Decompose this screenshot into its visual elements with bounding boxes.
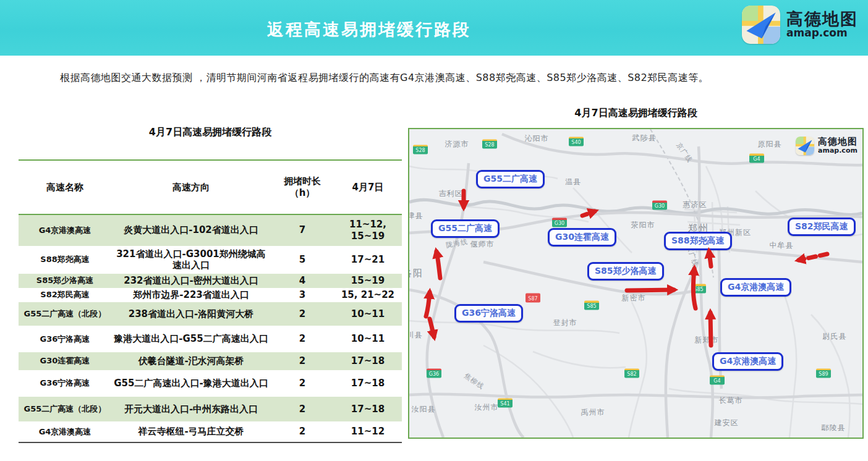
table-cell: 2 (271, 352, 334, 370)
table-cell: 开元大道出入口-中州东路出入口 (111, 397, 271, 422)
congestion-arrow (627, 290, 674, 290)
map-brand-name: 高德地图 (818, 137, 857, 147)
congestion-arrow (426, 292, 430, 316)
map-amap-watermark: 高德地图 amap.com (796, 137, 857, 155)
col-header-duration: 拥堵时长（h） (271, 160, 334, 214)
congestion-arrow (710, 313, 711, 345)
table-cell: 4 (271, 274, 334, 288)
amap-domain: amap.com (786, 28, 858, 39)
page-title: 返程高速易拥堵缓行路段 (0, 19, 738, 41)
table-cell: 15~19 (334, 274, 402, 288)
col-header-direction: 高速方向 (111, 160, 271, 214)
table-cell: 2 (271, 370, 334, 397)
table-cell: S85郑少洛高速 (19, 274, 111, 288)
table-cell: 郑州市边界-223省道出入口 (111, 288, 271, 302)
amap-brand-name: 高德地图 (786, 11, 858, 28)
congestion-arrow (709, 252, 711, 266)
amap-app-icon-small (796, 137, 814, 155)
table-cell: 3 (271, 288, 334, 302)
map-title: 4月7日高速易拥堵缓行路段 (408, 107, 864, 120)
amap-logo: 高德地图 amap.com (742, 6, 858, 44)
table-cell: 伏羲台隧道-汜水河高架桥 (111, 352, 271, 370)
table-header: 高速名称 高速方向 拥堵时长（h） 4月7日 (19, 160, 402, 214)
table-row: G30连霍高速伏羲台隧道-汜水河高架桥217~18 (19, 352, 402, 370)
intro-text: 根据高德地图交通大数据预测 ，清明节期间河南省返程易拥堵缓行的高速有G4京港澳高… (60, 72, 833, 85)
table-row: G36宁洛高速豫港大道出入口-G55二广高速出入口210~11 (19, 326, 402, 352)
table-cell: G36宁洛高速 (19, 370, 111, 397)
table-cell: 17~18 (334, 352, 402, 370)
table-cell: 10~11 (334, 326, 402, 352)
congestion-table-body: G4京港澳高速炎黄大道出入口-102省道出入口711~12, 15~19S88郑… (19, 214, 402, 442)
congestion-table: 高速名称 高速方向 拥堵时长（h） 4月7日 G4京港澳高速炎黄大道出入口-10… (19, 159, 402, 443)
table-cell: 238省道出入口-洛阳黄河大桥 (111, 302, 271, 326)
col-header-highway-name: 高速名称 (19, 160, 111, 214)
table-row: G36宁洛高速G55二广高速出入口-豫港大道出入口217~18 (19, 370, 402, 397)
table-cell: G55二广高速出入口-豫港大道出入口 (111, 370, 271, 397)
table-cell: 2 (271, 326, 334, 352)
table-cell: G55二广高速（北段） (19, 397, 111, 422)
table-row: S88郑尧高速321省道出入口-G3001郑州绕城高速出入口517~21 (19, 246, 402, 274)
table-cell: 炎黄大道出入口-102省道出入口 (111, 214, 271, 246)
table-cell: G30连霍高速 (19, 352, 111, 370)
table-cell: S82郑民高速 (19, 288, 111, 302)
table-cell: 2 (271, 302, 334, 326)
arrow-layer (409, 129, 862, 438)
congestion-arrow (436, 252, 440, 278)
amap-app-icon (742, 6, 780, 44)
congestion-arrow (799, 254, 827, 260)
traffic-map: 济源市沁阳市武陟县原阳县温县吉利区孟津县惠济区荥阳市郑州郑州新区中牟县陇海线偃师… (408, 128, 864, 439)
table-cell: G4京港澳高速 (19, 421, 111, 442)
table-cell: 17~18 (334, 370, 402, 397)
table-cell: 2 (271, 421, 334, 442)
congestion-arrow (582, 211, 595, 216)
banner: 返程高速易拥堵缓行路段 高德地图 (0, 0, 868, 56)
col-header-date: 4月7日 (334, 160, 402, 214)
table-row: G55二广高速（北段）开元大道出入口-中州东路出入口217~18 (19, 397, 402, 422)
table-cell: 7 (271, 214, 334, 246)
congestion-arrow (693, 269, 696, 308)
table-row: G4京港澳高速祥云寺枢纽-弓马庄立交桥211~12 (19, 421, 402, 442)
table-cell: 232省道出入口-密州大道出入口 (111, 274, 271, 288)
table-cell: G36宁洛高速 (19, 326, 111, 352)
table-cell: 10~11 (334, 302, 402, 326)
map-domain: amap.com (818, 147, 857, 154)
page: 返程高速易拥堵缓行路段 高德地图 (0, 0, 868, 461)
table-cell: G55二广高速（北段） (19, 302, 111, 326)
table-cell: 2 (271, 397, 334, 422)
amap-logo-text: 高德地图 amap.com (786, 11, 858, 39)
table-cell: S88郑尧高速 (19, 246, 111, 274)
table-cell: 15, 21~22 (334, 288, 402, 302)
table-cell: 11~12 (334, 421, 402, 442)
table-row: S85郑少洛高速232省道出入口-密州大道出入口415~19 (19, 274, 402, 288)
table-cell: 祥云寺枢纽-弓马庄立交桥 (111, 421, 271, 442)
table-cell: 321省道出入口-G3001郑州绕城高速出入口 (111, 246, 271, 274)
congestion-arrow (430, 319, 434, 337)
table-cell: 豫港大道出入口-G55二广高速出入口 (111, 326, 271, 352)
table-row: S82郑民高速郑州市边界-223省道出入口315, 21~22 (19, 288, 402, 302)
table-cell: G4京港澳高速 (19, 214, 111, 246)
table-row: G4京港澳高速炎黄大道出入口-102省道出入口711~12, 15~19 (19, 214, 402, 246)
table-row: G55二广高速（北段）238省道出入口-洛阳黄河大桥210~11 (19, 302, 402, 326)
table-cell: 5 (271, 246, 334, 274)
table-title: 4月7日高速易拥堵缓行路段 (19, 126, 402, 139)
table-cell: 17~21 (334, 246, 402, 274)
table-cell: 17~18 (334, 397, 402, 422)
table-cell: 11~12, 15~19 (334, 214, 402, 246)
